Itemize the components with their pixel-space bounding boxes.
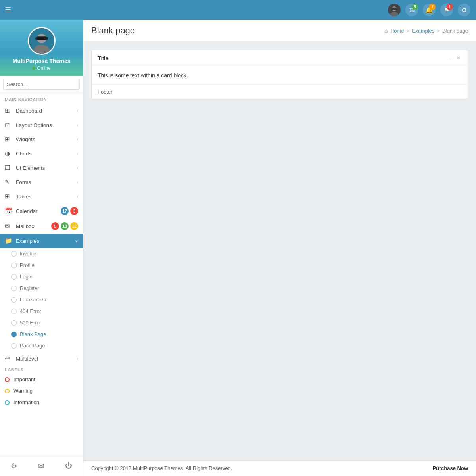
purchase-link[interactable]: Purchase Now [432, 465, 468, 471]
sub-item-profile[interactable]: Profile [0, 259, 83, 271]
label-text: Important [13, 376, 35, 382]
sub-item-404[interactable]: 404 Error [0, 305, 83, 317]
sidebar-item-tables[interactable]: ⊞ Tables ‹ [0, 189, 83, 203]
online-status: Online [32, 65, 51, 71]
sidebar-item-multilevel[interactable]: ↩ Multilevel ‹ [0, 351, 83, 366]
sidebar-item-ui-elements[interactable]: ☐ UI Elements ‹ [0, 161, 83, 175]
dashboard-icon: ⊞ [5, 107, 13, 114]
online-text: Online [37, 65, 51, 71]
sidebar-settings-button[interactable]: ⚙ [7, 459, 21, 473]
topbar-left: ☰ [5, 6, 11, 14]
sub-item-label: Pace Page [20, 343, 45, 349]
information-dot [5, 400, 10, 405]
sidebar-item-label: Dashboard [16, 108, 77, 114]
sidebar: MultiPurpose Themes Online 🔍 MAIN NAVIGA… [0, 20, 83, 476]
sub-item-label: Register [20, 285, 39, 291]
bell-badge: 7 [429, 4, 436, 10]
labels-section-label: LABELS [0, 366, 83, 374]
chevron-right-icon: ‹ [77, 151, 78, 156]
sub-item-register[interactable]: Register [0, 282, 83, 294]
sub-item-dot-active [11, 332, 17, 337]
chevron-right-icon: ‹ [77, 108, 78, 113]
settings-button[interactable]: ⚙ [457, 3, 471, 17]
sub-item-invoice[interactable]: Invoice [0, 248, 83, 259]
online-dot [32, 67, 35, 70]
tables-icon: ⊞ [5, 193, 13, 200]
chevron-right-icon: ‹ [77, 180, 78, 184]
mailbox-badge-12: 12 [70, 222, 78, 230]
layout: MultiPurpose Themes Online 🔍 MAIN NAVIGA… [0, 20, 476, 476]
important-dot [5, 377, 10, 382]
mailbox-badge-18: 18 [61, 222, 69, 230]
sidebar-power-button[interactable]: ⏻ [61, 459, 76, 473]
label-warning[interactable]: Warning [0, 385, 83, 397]
user-panel: MultiPurpose Themes Online [0, 20, 83, 76]
card-footer-text: Footer [98, 89, 113, 95]
breadcrumb-examples[interactable]: Examples [412, 28, 434, 34]
breadcrumb: ⌂ Home > Examples > Blank page [385, 27, 468, 34]
breadcrumb-current: Blank page [442, 28, 468, 34]
multilevel-icon: ↩ [5, 355, 13, 362]
sidebar-mail-button[interactable]: ✉ [34, 459, 48, 473]
sidebar-item-dashboard[interactable]: ⊞ Dashboard ‹ [0, 104, 83, 118]
sidebar-item-label: Calendar [16, 208, 59, 214]
sub-item-lockscreen[interactable]: Lockscreen [0, 294, 83, 305]
sub-item-label: Invoice [20, 251, 36, 257]
bell-button[interactable]: 🔔 7 [422, 3, 436, 17]
sidebar-item-widgets[interactable]: ⊞ Widgets ‹ [0, 132, 83, 146]
calendar-badge-3: 3 [70, 207, 78, 215]
chevron-right-icon: ‹ [77, 165, 78, 170]
flag-badge: 1 [447, 4, 453, 10]
card-close-button[interactable]: × [455, 54, 462, 62]
flag-button[interactable]: ⚑ 1 [440, 3, 454, 17]
sidebar-item-mailbox[interactable]: ✉ Mailbox 5 18 12 [0, 219, 83, 234]
calendar-badges: 17 3 [61, 207, 78, 215]
calendar-icon: 📅 [5, 207, 13, 215]
card-actions: − × [447, 54, 462, 62]
sidebar-item-forms[interactable]: ✎ Forms ‹ [0, 175, 83, 189]
sidebar-item-examples[interactable]: 📁 Examples ∨ [0, 234, 83, 248]
label-important[interactable]: Important [0, 374, 83, 385]
sub-item-pace-page[interactable]: Pace Page [0, 340, 83, 351]
hamburger-icon[interactable]: ☰ [5, 6, 11, 14]
card: Title − × This is some text within a car… [91, 50, 468, 99]
page-title: Blank page [91, 25, 135, 36]
sub-item-blank-page[interactable]: Blank Page [0, 328, 83, 340]
sub-item-label: 500 Error [20, 320, 41, 326]
label-information[interactable]: Information [0, 397, 83, 408]
gear-icon: ⚙ [458, 4, 470, 16]
sub-item-dot [11, 263, 17, 268]
nav-section-label: MAIN NAVIGATION [0, 93, 83, 104]
sidebar-item-label: Multilevel [16, 356, 77, 362]
mail-button[interactable]: ✉ 5 [405, 3, 419, 17]
search-box: 🔍 [0, 76, 83, 93]
sidebar-item-layout-options[interactable]: ⊡ Layout Options ‹ [0, 118, 83, 132]
sub-item-500[interactable]: 500 Error [0, 317, 83, 328]
calendar-badge-17: 17 [61, 207, 69, 215]
card-minimize-button[interactable]: − [447, 54, 453, 62]
card-footer: Footer [92, 84, 468, 99]
breadcrumb-sep-2: > [437, 28, 440, 34]
sidebar-item-label: Widgets [16, 136, 77, 142]
sidebar-footer: ⚙ ✉ ⏻ [0, 456, 83, 476]
sidebar-item-charts[interactable]: ◑ Charts ‹ [0, 146, 83, 161]
topbar: ☰ ✉ 5 🔔 7 ⚑ 1 [0, 0, 476, 20]
content-body: Title − × This is some text within a car… [83, 42, 476, 460]
sidebar-item-label: Examples [16, 238, 75, 244]
breadcrumb-home[interactable]: Home [390, 28, 404, 34]
sidebar-item-calendar[interactable]: 📅 Calendar 17 3 [0, 203, 83, 219]
search-button[interactable]: 🔍 [77, 79, 80, 89]
card-header: Title − × [92, 50, 468, 66]
sub-item-login[interactable]: Login [0, 271, 83, 282]
sub-item-label: 404 Error [20, 308, 41, 314]
user-avatar-button[interactable] [387, 3, 401, 17]
ui-elements-icon: ☐ [5, 164, 13, 171]
sub-item-dot [11, 274, 17, 280]
sub-item-dot [11, 286, 17, 291]
sidebar-item-label: Charts [16, 151, 77, 157]
label-text: Warning [13, 388, 33, 394]
sub-item-dot [11, 309, 17, 314]
widgets-icon: ⊞ [5, 136, 13, 143]
search-input[interactable] [4, 79, 77, 89]
chevron-right-icon: ‹ [77, 194, 78, 199]
